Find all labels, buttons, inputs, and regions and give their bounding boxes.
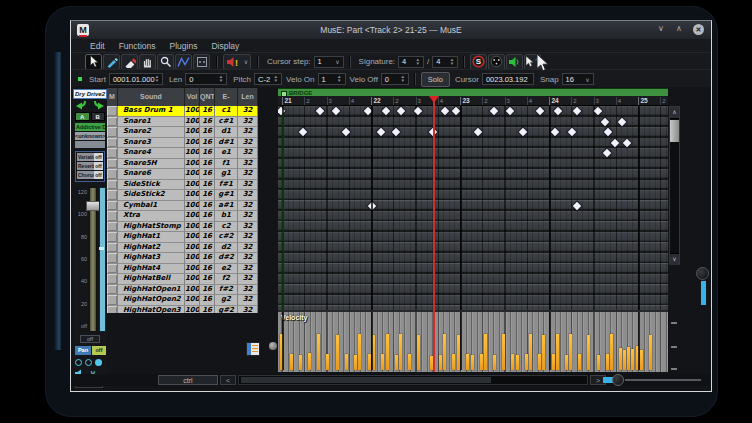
drum-row[interactable]: HighHatOpen110016f#232 <box>107 285 258 296</box>
velocity-bar[interactable] <box>417 335 420 370</box>
velocity-bar[interactable] <box>511 354 514 370</box>
cell-e-note[interactable]: c2 <box>215 222 238 233</box>
controller-select-icon[interactable] <box>246 342 260 356</box>
mute-cell[interactable] <box>107 222 118 233</box>
scroll-left-button[interactable]: < <box>220 375 236 385</box>
cell-e-note[interactable]: g#1 <box>215 190 238 201</box>
vertical-scroll-handle[interactable] <box>670 120 679 142</box>
drum-row[interactable]: Snare410016e132 <box>107 148 258 159</box>
cell-sound[interactable]: Snare2 <box>118 127 185 138</box>
mute-cell[interactable] <box>107 106 118 117</box>
velocity-bar[interactable] <box>395 355 398 370</box>
cell-len[interactable]: 32 <box>238 117 258 128</box>
cell-sound[interactable]: SideStick2 <box>118 190 185 201</box>
cell-sound[interactable]: Snare4 <box>118 148 185 159</box>
power-icon[interactable] <box>75 359 82 366</box>
drum-row[interactable]: HighHatBell10016f232 <box>107 274 258 285</box>
velocity-bar[interactable] <box>578 354 581 370</box>
mute-cell[interactable] <box>107 306 118 314</box>
drum-row[interactable]: Snare110016c#132 <box>107 117 258 128</box>
cell-sound[interactable]: HighHat3 <box>118 253 185 264</box>
column-header-m[interactable]: M <box>107 88 118 106</box>
velocity-bar[interactable] <box>649 335 652 370</box>
menu-plugins[interactable]: Plugins <box>163 41 205 51</box>
spin-arrows-icon[interactable]: ▲▼ <box>416 58 420 65</box>
cell-sound[interactable]: Cymbal1 <box>118 201 185 212</box>
spin-arrows-icon[interactable]: ▲▼ <box>400 75 404 82</box>
cell-len[interactable]: 32 <box>238 222 258 233</box>
cell-qnt[interactable]: 16 <box>200 180 215 191</box>
cell-vol[interactable]: 100 <box>185 222 200 233</box>
pan-value[interactable]: off <box>92 346 106 355</box>
signature-denominator-spinbox[interactable]: 4 ▲▼ <box>432 56 458 68</box>
synth-label[interactable]: Addictive D <box>75 123 105 131</box>
len-field[interactable]: 0 ▲▼ <box>185 73 227 85</box>
horizontal-scroll-handle[interactable] <box>241 377 491 383</box>
vertical-zoom-knob[interactable] <box>696 267 709 280</box>
velocity-bar[interactable] <box>640 350 643 370</box>
cell-vol[interactable]: 100 <box>185 295 200 306</box>
cell-len[interactable]: 32 <box>238 264 258 275</box>
vertical-scrollbar[interactable]: ∧ ∨ <box>669 106 680 265</box>
spin-arrows-icon[interactable]: ▲▼ <box>274 75 278 82</box>
cell-len[interactable]: 32 <box>238 285 258 296</box>
cell-qnt[interactable]: 16 <box>200 274 215 285</box>
track-name-label[interactable]: Dry Drive2 <box>73 89 107 99</box>
cell-e-note[interactable]: c#1 <box>215 117 238 128</box>
cell-qnt[interactable]: 16 <box>200 201 215 212</box>
cell-vol[interactable]: 100 <box>185 159 200 170</box>
velocity-bar[interactable] <box>484 334 487 370</box>
signature-numerator-spinbox[interactable]: 4 ▲▼ <box>398 56 424 68</box>
velocity-bar[interactable] <box>439 355 442 370</box>
cell-qnt[interactable]: 16 <box>200 306 215 314</box>
cell-e-note[interactable]: a#1 <box>215 201 238 212</box>
column-header-e-note[interactable]: E-Note <box>215 88 238 106</box>
cell-qnt[interactable]: 16 <box>200 169 215 180</box>
cell-e-note[interactable]: d1 <box>215 127 238 138</box>
drum-row[interactable]: Snare210016d132 <box>107 127 258 138</box>
horizontal-scrollbar[interactable] <box>238 375 588 385</box>
velocity-bar[interactable] <box>525 354 528 370</box>
send-reverb[interactable]: Reverboff <box>77 162 103 170</box>
mute-cell[interactable] <box>107 253 118 264</box>
cell-sound[interactable]: HighHat4 <box>118 264 185 275</box>
cell-qnt[interactable]: 16 <box>200 295 215 306</box>
cell-e-note[interactable]: f#2 <box>215 285 238 296</box>
mute-cell[interactable] <box>107 285 118 296</box>
cell-len[interactable]: 32 <box>238 211 258 222</box>
cell-qnt[interactable]: 16 <box>200 190 215 201</box>
pencil-tool-button[interactable] <box>103 54 120 70</box>
horizontal-zoom-knob[interactable] <box>612 374 624 386</box>
pointer-tool-button[interactable] <box>85 54 102 70</box>
column-header-sound[interactable]: Sound <box>118 88 185 106</box>
paste-mode-tool-button[interactable] <box>193 54 210 70</box>
vertical-zoom-slider[interactable] <box>701 281 706 305</box>
timeline-ruler[interactable]: 21234222342323424234252 <box>278 96 668 106</box>
cell-sound[interactable]: HighHat2 <box>118 243 185 254</box>
cell-vol[interactable]: 100 <box>185 148 200 159</box>
ctrl-button[interactable]: ctrl <box>158 375 218 385</box>
velocity-bar[interactable] <box>308 353 311 370</box>
velocity-bar[interactable] <box>336 335 339 370</box>
patch-sub-label[interactable] <box>75 141 105 148</box>
cell-vol[interactable]: 100 <box>185 285 200 296</box>
velocity-bar[interactable] <box>565 355 568 370</box>
drum-row[interactable]: SideStick10016f#132 <box>107 180 258 191</box>
cell-vol[interactable]: 100 <box>185 127 200 138</box>
cell-qnt[interactable]: 16 <box>200 159 215 170</box>
solo-button[interactable]: Solo <box>421 72 450 87</box>
mute-cell[interactable] <box>107 243 118 254</box>
send-variatio[interactable]: Variatiooff <box>77 153 103 161</box>
velocity-bar[interactable] <box>516 355 519 370</box>
velocity-bar[interactable] <box>606 354 609 370</box>
maximize-button[interactable]: ∧ <box>673 24 685 33</box>
cell-len[interactable]: 32 <box>238 274 258 285</box>
cell-qnt[interactable]: 16 <box>200 127 215 138</box>
velocity-bar[interactable] <box>408 354 411 370</box>
cell-e-note[interactable]: g#2 <box>215 306 238 314</box>
velocity-panel[interactable]: Velocity <box>278 310 668 372</box>
cell-len[interactable]: 32 <box>238 243 258 254</box>
cell-e-note[interactable]: f1 <box>215 159 238 170</box>
spin-arrows-icon[interactable]: ▲▼ <box>337 75 341 82</box>
velocity-bar[interactable] <box>358 334 361 370</box>
